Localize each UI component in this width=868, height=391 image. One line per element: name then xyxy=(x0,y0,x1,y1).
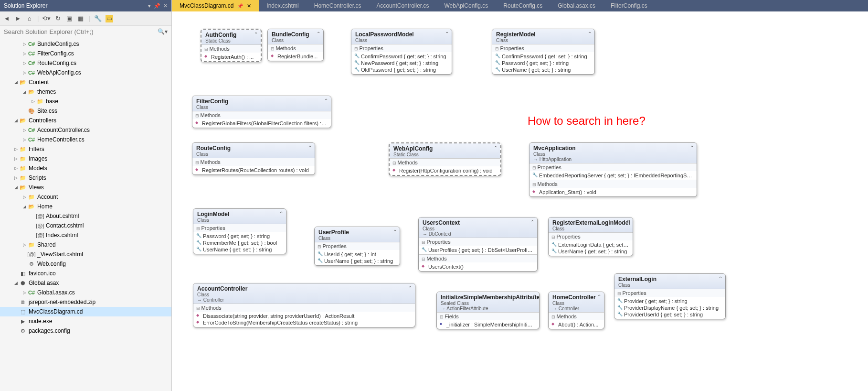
tree-item[interactable]: ◢📂Controllers xyxy=(0,116,171,125)
collapse-icon[interactable]: ⌃ xyxy=(588,31,592,36)
home-icon[interactable]: ⌂ xyxy=(26,15,33,22)
sync-icon[interactable]: ⟲▾ xyxy=(42,15,50,22)
document-tab[interactable]: RouteConfig.cs xyxy=(496,0,550,11)
class-member[interactable]: About() : Action... xyxy=(549,321,604,328)
class-box[interactable]: RegisterModelClass⌃PropertiesConfirmPass… xyxy=(492,29,595,75)
class-member[interactable]: ConfirmPassword { get; set; } : string xyxy=(492,53,594,60)
tree-item[interactable]: ▷📁Scripts xyxy=(0,173,171,183)
tree-item[interactable]: ▷C#FilterConfig.cs xyxy=(0,49,171,58)
back-icon[interactable]: ◄ xyxy=(3,15,11,22)
class-member[interactable]: _initializer : SimpleMembershipInitiali.… xyxy=(437,321,539,328)
collapse-icon[interactable]: ⌃ xyxy=(279,211,283,216)
class-box[interactable]: AuthConfigStatic Class⌃MethodsRegisterAu… xyxy=(201,29,262,62)
class-box[interactable]: RegisterExternalLoginModelClass⌃Properti… xyxy=(548,217,633,256)
expand-icon[interactable]: ▷ xyxy=(12,166,19,171)
collapse-icon[interactable]: ⌃ xyxy=(532,294,536,299)
collapse-icon[interactable]: ⌃ xyxy=(445,31,449,36)
expand-icon[interactable]: ◢ xyxy=(21,204,28,209)
class-member[interactable]: Password { get; set; } : string xyxy=(492,60,594,66)
collapse-icon[interactable]: ▣ xyxy=(65,15,73,22)
class-member[interactable]: RegisterRoutes(RouteCollection routes) :… xyxy=(192,167,315,174)
section-header[interactable]: Methods xyxy=(549,313,604,320)
section-header[interactable]: Methods xyxy=(390,159,500,166)
class-diagram-canvas[interactable]: How to search in here? AuthConfigStatic … xyxy=(172,11,868,391)
expand-icon[interactable]: ◢ xyxy=(12,80,19,85)
section-header[interactable]: Properties xyxy=(193,224,286,232)
expand-icon[interactable]: ▷ xyxy=(21,137,28,142)
tree-item[interactable]: ◢📂themes xyxy=(0,87,171,97)
tree-item[interactable]: [@]Index.cshtml xyxy=(0,230,171,240)
tree-item[interactable]: ⚙Web.config xyxy=(0,259,171,269)
collapse-icon[interactable]: ⌃ xyxy=(494,145,498,151)
class-member[interactable]: ExternalLoginData { get; set;... xyxy=(549,241,633,248)
document-tab[interactable]: Global.asax.cs xyxy=(550,0,603,11)
class-member[interactable]: RegisterBundle... xyxy=(268,53,323,60)
tree-item[interactable]: ◢📂Content xyxy=(0,77,171,87)
tree-item[interactable]: ▷C#RouteConfig.cs xyxy=(0,58,171,68)
section-header[interactable]: Fields xyxy=(437,313,539,320)
tree-item[interactable]: ▷C#HomeController.cs xyxy=(0,135,171,144)
class-member[interactable]: ErrorCodeToString(MembershipCreateStatus… xyxy=(193,319,415,326)
class-member[interactable]: NewPassword { get; set; } : string xyxy=(351,60,452,66)
tree-item[interactable]: [@]Contact.cshtml xyxy=(0,221,171,230)
tree-item[interactable]: ▷C#WebApiConfig.cs xyxy=(0,68,171,77)
class-member[interactable]: UserId { get; set; } : int xyxy=(315,251,400,258)
section-header[interactable]: Properties xyxy=(315,242,400,250)
class-member[interactable]: UserName { get; set; } : string xyxy=(492,66,594,73)
class-member[interactable]: Provider { get; set; } : string xyxy=(614,298,725,304)
tree-item[interactable]: ▶node.exe xyxy=(0,316,171,326)
tree-item[interactable]: ◢⬢Global.asax xyxy=(0,278,171,288)
tree-item[interactable]: [@]About.cshtml xyxy=(0,211,171,221)
class-member[interactable]: ProviderDisplayName { get; set; } : stri… xyxy=(614,304,725,311)
expand-icon[interactable]: ▷ xyxy=(21,290,28,295)
class-member[interactable]: RegisterAuth() : ... xyxy=(201,54,261,60)
expand-icon[interactable]: ◢ xyxy=(12,281,19,285)
class-member[interactable]: Register(HttpConfiguration config) : voi… xyxy=(390,167,500,174)
collapse-icon[interactable]: ⌃ xyxy=(308,145,312,150)
class-member[interactable]: ProviderUserId { get; set; } : string xyxy=(614,311,725,318)
document-tab[interactable]: WebApiConfig.cs xyxy=(436,0,496,11)
tree-item[interactable]: ◢📂Views xyxy=(0,183,171,192)
collapse-icon[interactable]: ⌃ xyxy=(254,32,258,37)
pin-icon[interactable]: 📌 xyxy=(154,3,160,9)
expand-icon[interactable]: ▷ xyxy=(30,99,36,104)
class-box[interactable]: RouteConfigClass⌃MethodsRegisterRoutes(R… xyxy=(192,142,315,175)
class-box[interactable]: InitializeSimpleMembershipAttributeSeale… xyxy=(436,292,540,329)
expand-icon[interactable]: ▷ xyxy=(12,147,19,152)
class-member[interactable]: OldPassword { get; set; } : string xyxy=(351,66,452,73)
solution-explorer-tree[interactable]: ▷C#BundleConfig.cs▷C#FilterConfig.cs▷C#R… xyxy=(0,38,171,391)
document-tab[interactable]: HomeController.cs xyxy=(307,0,369,11)
collapse-icon[interactable]: ⌃ xyxy=(317,31,320,36)
class-box[interactable]: UsersContextClass→ DbContext⌃PropertiesU… xyxy=(418,217,538,272)
expand-icon[interactable]: ▷ xyxy=(21,42,28,46)
collapse-icon[interactable]: ⌃ xyxy=(626,219,630,225)
section-header[interactable]: Methods xyxy=(201,45,261,53)
tree-item[interactable]: ⚙packages.config xyxy=(0,326,171,336)
expand-icon[interactable]: ▷ xyxy=(21,242,28,247)
expand-icon[interactable]: ▷ xyxy=(12,175,19,180)
close-tab-icon[interactable]: ✕ xyxy=(247,3,251,9)
collapse-icon[interactable]: ⌃ xyxy=(408,285,412,291)
section-header[interactable]: Properties xyxy=(419,238,537,246)
properties-icon[interactable]: 🔧 xyxy=(94,15,102,22)
section-header[interactable]: Methods xyxy=(193,304,415,312)
preview-icon[interactable]: ▭ xyxy=(106,15,113,22)
show-all-icon[interactable]: ▦ xyxy=(77,15,85,22)
refresh-icon[interactable]: ↻ xyxy=(54,15,62,22)
class-box[interactable]: FilterConfigClass⌃MethodsRegisterGlobalF… xyxy=(192,96,331,128)
document-tab[interactable]: AccountController.cs xyxy=(369,0,436,11)
class-box[interactable]: LoginModelClass⌃PropertiesPassword { get… xyxy=(193,208,286,254)
tree-item[interactable]: ▷C#Global.asax.cs xyxy=(0,288,171,297)
tree-item[interactable]: ▷📁base xyxy=(0,97,171,106)
pin-icon[interactable]: 📌 xyxy=(237,3,243,9)
class-box[interactable]: ExternalLoginClass⌃PropertiesProvider { … xyxy=(614,273,726,319)
class-box[interactable]: HomeControllerClass→ Controller⌃MethodsA… xyxy=(548,292,604,329)
search-icon[interactable]: 🔍▾ xyxy=(158,28,168,35)
section-header[interactable]: Methods xyxy=(268,44,323,52)
expand-icon[interactable]: ◢ xyxy=(12,185,19,190)
class-member[interactable]: RememberMe { get; set; } : bool xyxy=(193,239,286,246)
collapse-icon[interactable]: ⌃ xyxy=(690,145,694,150)
class-member[interactable]: UserProfiles { get; set; } : DbSet<UserP… xyxy=(419,247,537,253)
class-member[interactable]: UserName { get; set; } : string xyxy=(193,246,286,253)
section-header[interactable]: Properties xyxy=(549,233,633,240)
